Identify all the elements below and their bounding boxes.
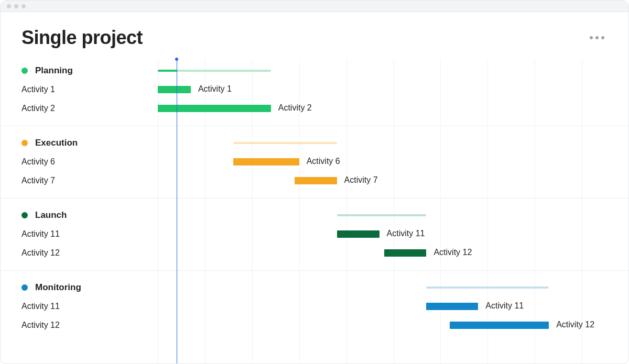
activity-name: Activity 6 [21, 157, 55, 167]
ellipsis-dot-icon [601, 36, 604, 39]
activity-bar-label: Activity 2 [278, 103, 312, 113]
activity-row-label[interactable]: Activity 2 [1, 99, 158, 118]
activity-row-label[interactable]: Activity 12 [1, 316, 158, 335]
activity-name: Activity 12 [21, 321, 60, 330]
group-name-label: Planning [35, 65, 73, 76]
today-dot-icon [175, 58, 178, 61]
group-summary-bar[interactable] [426, 286, 549, 289]
activity-name: Activity 11 [21, 229, 60, 239]
activity-bar[interactable] [233, 158, 299, 166]
group-color-dot-icon [21, 68, 28, 74]
group-name-label: Monitoring [35, 282, 81, 293]
group-separator [1, 126, 628, 126]
today-line [177, 59, 177, 363]
activity-row-label[interactable]: Activity 12 [1, 244, 158, 262]
group-name-label: Execution [35, 138, 78, 148]
more-menu-button[interactable] [587, 33, 608, 42]
activity-name: Activity 11 [21, 302, 60, 311]
activity-name: Activity 2 [21, 104, 55, 113]
gantt-chart[interactable]: Activity 1Activity 2Activity 6Activity 7… [158, 59, 628, 363]
group-header[interactable]: Monitoring [1, 278, 158, 297]
activity-bar[interactable] [426, 303, 478, 310]
group-color-dot-icon [21, 140, 28, 146]
activity-bar-label: Activity 11 [387, 229, 425, 238]
activity-bar[interactable] [384, 249, 427, 257]
activity-bar[interactable] [295, 177, 337, 184]
activity-bar[interactable] [158, 86, 191, 93]
group-header[interactable]: Planning [1, 61, 158, 80]
activity-bar-label: Activity 12 [556, 320, 594, 329]
activity-row-label[interactable]: Activity 6 [1, 152, 158, 171]
group-separator [1, 198, 628, 198]
activity-row-label[interactable]: Activity 7 [1, 171, 158, 190]
app-window: Single project PlanningActivity 1Activit… [0, 0, 629, 364]
grid-column [582, 59, 582, 363]
group-color-dot-icon [21, 212, 28, 218]
activity-bar-label: Activity 11 [485, 301, 524, 311]
group-color-dot-icon [21, 284, 28, 291]
activity-name: Activity 12 [21, 248, 60, 258]
grid-column [535, 59, 535, 363]
group-header[interactable]: Execution [1, 134, 158, 152]
group-separator [1, 270, 628, 271]
grid-column [487, 59, 488, 363]
window-titlebar [1, 1, 628, 12]
group-header[interactable]: Launch [1, 206, 158, 225]
activity-name: Activity 1 [21, 85, 55, 94]
activity-bar-label: Activity 12 [433, 248, 472, 257]
group-name-label: Launch [35, 210, 67, 220]
traffic-light-close-icon[interactable] [7, 4, 11, 8]
activity-bar-label: Activity 6 [307, 157, 340, 166]
gantt-sidebar: PlanningActivity 1Activity 2ExecutionAct… [1, 59, 158, 363]
activity-row-label[interactable]: Activity 11 [1, 297, 158, 316]
traffic-light-zoom-icon[interactable] [21, 4, 26, 8]
activity-bar[interactable] [450, 322, 549, 329]
ellipsis-dot-icon [595, 36, 599, 39]
activity-row-label[interactable]: Activity 1 [1, 80, 158, 99]
gantt-content: PlanningActivity 1Activity 2ExecutionAct… [1, 59, 628, 363]
group-summary-bar[interactable] [337, 214, 427, 216]
activity-bar[interactable] [337, 230, 379, 238]
traffic-light-minimize-icon[interactable] [14, 4, 18, 8]
activity-row-label[interactable]: Activity 11 [1, 225, 158, 244]
group-summary-bar[interactable] [233, 142, 337, 144]
page-title: Single project [21, 27, 143, 49]
activity-name: Activity 7 [21, 176, 55, 185]
activity-bar-label: Activity 1 [198, 84, 232, 94]
grid-column [440, 59, 441, 363]
ellipsis-dot-icon [590, 36, 593, 39]
page-header: Single project [1, 12, 628, 59]
activity-bar[interactable] [158, 105, 271, 112]
grid-column [394, 59, 394, 363]
grid-column [346, 59, 347, 363]
group-summary-progress [158, 70, 177, 72]
activity-bar-label: Activity 7 [344, 175, 378, 185]
